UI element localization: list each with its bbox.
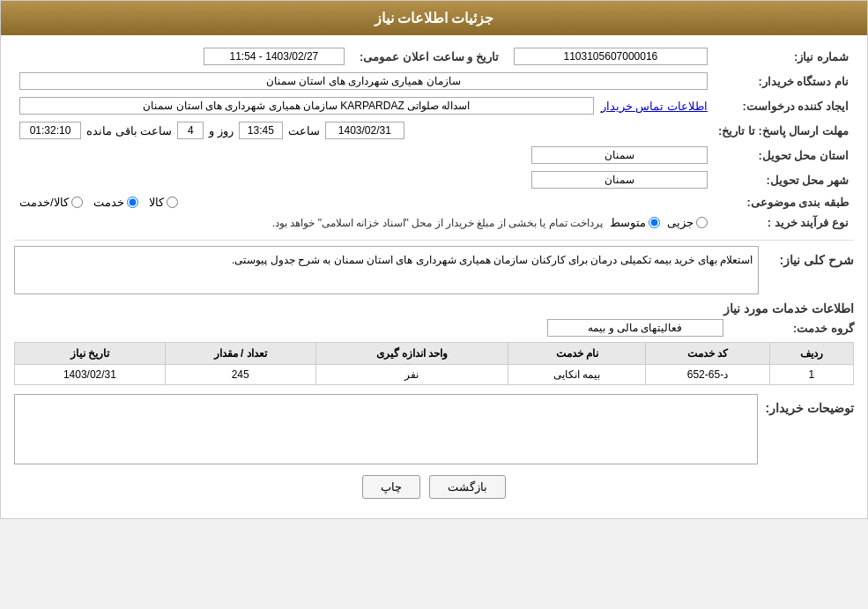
radio-motovaset-label: متوسط: [610, 216, 646, 229]
print-button[interactable]: چاپ: [362, 475, 420, 499]
tabaqebandi-label: طبقه بندی موضوعی:: [713, 192, 854, 212]
shahrTahvil-value: سمنان: [531, 171, 708, 189]
radio-kala-khadamat-label: کالا/خدمت: [19, 196, 69, 209]
radio-jozvi-label: جزیی: [667, 216, 694, 229]
mohlatErsal-label: مهلت ارسال پاسخ: تا تاریخ:: [713, 118, 854, 143]
groheKhadamat-value: فعالیتهای مالی و بیمه: [547, 319, 723, 337]
back-button[interactable]: بازگشت: [429, 475, 506, 499]
sharhKoli-value: استعلام بهای خرید بیمه تکمیلی درمان برای…: [14, 246, 759, 294]
service-table: ردیف کد خدمت نام خدمت واحد اندازه گیری ت…: [14, 342, 854, 385]
col-namKhadamat: نام خدمت: [508, 343, 646, 365]
ostanTahvil-label: استان محل تحویل:: [713, 143, 854, 167]
ostanTahvil-value: سمنان: [531, 146, 708, 164]
page-header: جزئیات اطلاعات نیاز: [1, 1, 867, 35]
namDastgah-value: سازمان همیاری شهرداری های استان سمنان: [19, 72, 708, 90]
col-tedad: تعداد / مقدار: [165, 343, 315, 365]
radio-khadamat[interactable]: خدمت: [93, 196, 138, 209]
khadamatSection-label: اطلاعات خدمات مورد نیاز: [14, 301, 854, 316]
col-radif: ردیف: [769, 343, 853, 365]
col-tarikh: تاریخ نیاز: [15, 343, 166, 365]
ijadKonande-value: اسداله صلواتی KARPARDAZ سازمان همیاری شه…: [19, 97, 594, 115]
shomareNiaz-label: شماره نیاز:: [713, 44, 854, 69]
sharhKoli-label: شرح کلی نیاز:: [766, 253, 854, 267]
tarikhAelan-label: تاریخ و ساعت اعلان عمومی:: [350, 44, 508, 69]
tarikhAelan-value: 1403/02/27 - 11:54: [204, 48, 345, 65]
roz-label: روز و: [209, 124, 234, 137]
action-buttons: بازگشت چاپ: [14, 475, 854, 499]
radio-khadamat-label: خدمت: [93, 196, 124, 209]
mohlatRoz-value: 4: [177, 122, 204, 139]
noeFarayand-text: پرداخت تمام یا بخشی از مبلغ خریدار از مح…: [272, 217, 603, 229]
radio-kala[interactable]: کالا: [149, 196, 178, 209]
saat-label: ساعت: [288, 124, 320, 137]
itemasTamas-link[interactable]: اطلاعات تماس خریدار: [601, 100, 708, 113]
shahrTahvil-label: شهر محل تحویل:: [713, 167, 854, 192]
mohlatSaat-value: 13:45: [239, 122, 283, 139]
radio-motovaset[interactable]: متوسط: [610, 216, 660, 229]
baqi-label: ساعت باقی مانده: [86, 124, 172, 137]
tosihKharidar-textarea[interactable]: [14, 394, 758, 464]
mohlatBaqi-value: 01:32:10: [19, 122, 81, 139]
table-row: 1د-65-652بیمه انکایینفر2451403/02/31: [15, 365, 854, 385]
shomareNiaz-value: 1103105607000016: [514, 48, 708, 65]
col-kodKhadamat: کد خدمت: [646, 343, 770, 365]
tosihKharidar-label: توضیحات خریدار:: [765, 401, 854, 415]
mohlatDate-value: 1403/02/31: [325, 122, 404, 139]
namDastgah-label: نام دستگاه خریدار:: [713, 69, 854, 93]
page-title: جزئیات اطلاعات نیاز: [375, 11, 494, 26]
radio-kala-label: کالا: [149, 196, 164, 209]
ijadKonande-label: ایجاد کننده درخواست:: [713, 93, 854, 118]
noeFarayand-label: نوع فرآیند خرید :: [713, 212, 854, 233]
col-vahed: واحد اندازه گیری: [315, 343, 508, 365]
radio-kala-khadamat[interactable]: کالا/خدمت: [19, 196, 83, 209]
radio-jozvi[interactable]: جزیی: [667, 216, 708, 229]
groheKhadamat-label: گروه خدمت:: [731, 322, 854, 335]
